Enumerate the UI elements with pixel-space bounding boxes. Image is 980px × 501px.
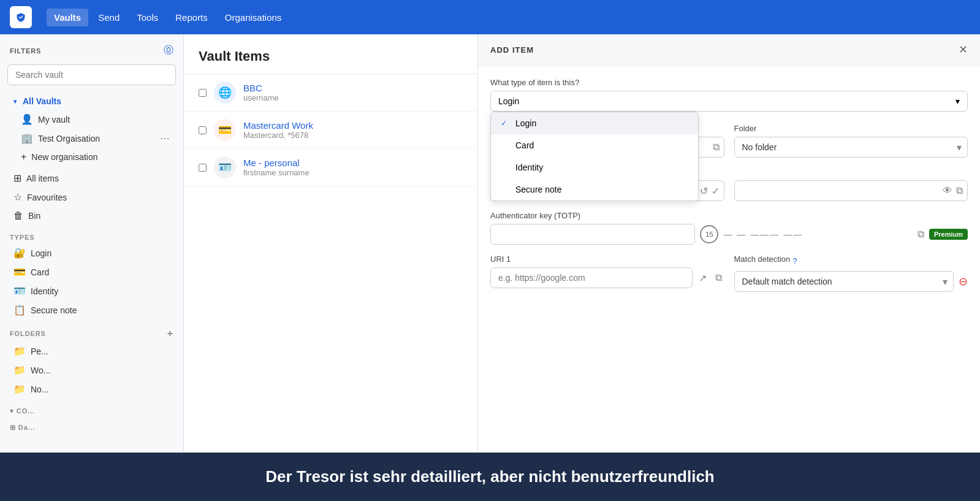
folder-icon: 📁	[13, 383, 26, 395]
all-items-label: All items	[26, 174, 170, 183]
uri-row: URI 1 ↗ ⧉ Match detection ?	[490, 254, 968, 292]
da-label-text: ⊞ Da...	[10, 424, 35, 432]
sidebar-item-all-items[interactable]: ⊞ All items	[4, 169, 180, 188]
match-detection-select[interactable]: Default match detection	[734, 271, 954, 292]
grid-icon: ⊞	[13, 172, 21, 184]
sidebar-item-login[interactable]: 🔐 Login	[4, 243, 180, 262]
item-icon: 💳	[214, 119, 236, 141]
folder-pe-label: Pe...	[31, 346, 170, 356]
check-password-button[interactable]: ✓	[712, 185, 720, 197]
sidebar-item-folder-no[interactable]: 📁 No...	[4, 380, 180, 399]
nav-tools[interactable]: Tools	[129, 9, 165, 26]
match-detection-help-icon[interactable]: ?	[792, 256, 797, 266]
type-option-identity-label: Identity	[515, 163, 543, 172]
sidebar-item-bin[interactable]: 🗑 Bin	[4, 207, 180, 225]
nav-links: Vaults Send Tools Reports Organisations	[47, 9, 289, 26]
folder-icon: 📁	[13, 345, 26, 357]
more-icon[interactable]: ⋯	[160, 132, 170, 144]
add-folder-icon[interactable]: +	[167, 328, 173, 339]
sidebar-item-card[interactable]: 💳 Card	[4, 262, 180, 281]
login-icon: 🔐	[13, 247, 26, 259]
collections-label: ▾ CO...	[0, 401, 183, 418]
item-icon: 🪪	[214, 156, 236, 178]
logo	[10, 6, 32, 28]
open-uri-button[interactable]: ↗	[696, 270, 709, 286]
topnav: Vaults Send Tools Reports Organisations	[0, 0, 980, 34]
nav-vaults[interactable]: Vaults	[47, 9, 88, 26]
uri-input[interactable]	[490, 267, 693, 288]
copy-uri-button[interactable]: ⧉	[713, 270, 724, 286]
sidebar-item-folder-pe[interactable]: 📁 Pe...	[4, 342, 180, 361]
uri-col: URI 1 ↗ ⧉	[490, 254, 724, 292]
type-option-card[interactable]: Card	[491, 134, 698, 156]
overlay-text: Der Tresor ist sehr detailliert, aber ni…	[25, 467, 955, 486]
new-org-label: New organisation	[31, 152, 170, 162]
app-body: FILTERS ⓪ ▾ All Vaults 👤 My vault 🏢 Test…	[0, 34, 980, 501]
nav-reports[interactable]: Reports	[168, 9, 215, 26]
nav-organisations[interactable]: Organisations	[218, 9, 289, 26]
copy-password-button[interactable]: ⧉	[956, 185, 963, 196]
nav-send[interactable]: Send	[91, 9, 127, 26]
sidebar-item-identity[interactable]: 🪪 Identity	[4, 281, 180, 300]
identity-label: Identity	[31, 286, 170, 296]
totp-group: Authenticator key (TOTP) 15 — — ——— —— ⧉…	[490, 211, 968, 245]
folder-icon: 📁	[13, 364, 26, 376]
type-label: What type of item is this?	[490, 78, 968, 87]
sidebar: FILTERS ⓪ ▾ All Vaults 👤 My vault 🏢 Test…	[0, 34, 184, 501]
type-dropdown-button[interactable]: Login ▾	[490, 91, 968, 112]
secure-note-label: Secure note	[31, 305, 170, 315]
folders-list: 📁 Pe... 📁 Wo... 📁 No...	[0, 342, 183, 399]
sidebar-item-all-vaults[interactable]: ▾ All Vaults	[4, 93, 180, 110]
type-option-secure-note-label: Secure note	[515, 185, 562, 194]
main-content: Vault Items ⚙ ▾ + Add item 🌐 BBC usernam…	[184, 34, 980, 501]
sidebar-item-secure-note[interactable]: 📋 Secure note	[4, 300, 180, 319]
vault-title: Vault Items	[199, 48, 270, 64]
folder-select[interactable]: No folder	[734, 137, 968, 158]
folders-group-label: FOLDERS +	[0, 322, 183, 342]
remove-uri-button[interactable]: ⊖	[959, 275, 968, 288]
password-right-icons: 👁 ⧉	[943, 185, 963, 196]
sidebar-item-new-org[interactable]: + New organisation	[4, 148, 180, 166]
trash-icon: 🗑	[13, 210, 23, 221]
all-vaults-label: All Vaults	[23, 96, 170, 106]
search-input[interactable]	[7, 64, 176, 85]
type-option-login[interactable]: ✓ Login	[491, 112, 698, 134]
favourites-label: Favourites	[27, 193, 170, 202]
card-icon: 💳	[13, 266, 26, 278]
sidebar-item-folder-wo[interactable]: 📁 Wo...	[4, 361, 180, 380]
help-icon[interactable]: ⓪	[164, 44, 173, 57]
totp-input[interactable]	[490, 224, 695, 245]
sidebar-item-my-vault[interactable]: 👤 My vault	[4, 110, 180, 129]
sidebar-header: FILTERS ⓪	[0, 34, 183, 62]
type-option-secure-note[interactable]: Secure note	[491, 178, 698, 201]
card-label: Card	[31, 267, 170, 277]
row-checkbox[interactable]	[199, 126, 207, 134]
premium-badge: Premium	[929, 229, 968, 240]
reveal-password-button[interactable]: 👁	[943, 185, 952, 196]
uri-input-row: ↗ ⧉	[490, 267, 724, 288]
row-checkbox[interactable]	[199, 164, 207, 172]
uri-label: URI 1	[490, 254, 724, 264]
password-col-right: 👁 ⧉	[734, 167, 968, 201]
password-reveal-wrapper: 👁 ⧉	[734, 180, 968, 201]
types-section: ⊞ All items ☆ Favourites 🗑 Bin	[0, 169, 183, 225]
sidebar-item-favourites[interactable]: ☆ Favourites	[4, 188, 180, 207]
password-reveal-input[interactable]	[734, 180, 968, 201]
panel-body: What type of item is this? Login ▾ ✓ Log…	[478, 66, 980, 501]
copy-username-button[interactable]: ⧉	[713, 142, 720, 153]
org-icon: 🏢	[21, 132, 33, 144]
regenerate-password-button[interactable]: ↺	[700, 185, 708, 197]
folder-wo-label: Wo...	[31, 365, 170, 375]
close-button[interactable]: ✕	[959, 44, 968, 55]
star-icon: ☆	[13, 191, 22, 203]
match-detection-col: Match detection ? Default match detectio…	[734, 254, 968, 292]
sidebar-item-test-org[interactable]: 🏢 Test Orgaisation ⋯	[4, 129, 180, 148]
totp-copy-button[interactable]: ⧉	[917, 229, 924, 240]
totp-label: Authenticator key (TOTP)	[490, 211, 968, 220]
row-checkbox[interactable]	[199, 89, 207, 97]
panel-title: ADD ITEM	[490, 45, 534, 55]
type-option-identity[interactable]: Identity	[491, 156, 698, 178]
match-detection-label: Match detection	[734, 254, 791, 264]
identity-icon: 🪪	[13, 285, 26, 297]
add-item-panel: ADD ITEM ✕ What type of item is this? Lo…	[477, 34, 980, 501]
